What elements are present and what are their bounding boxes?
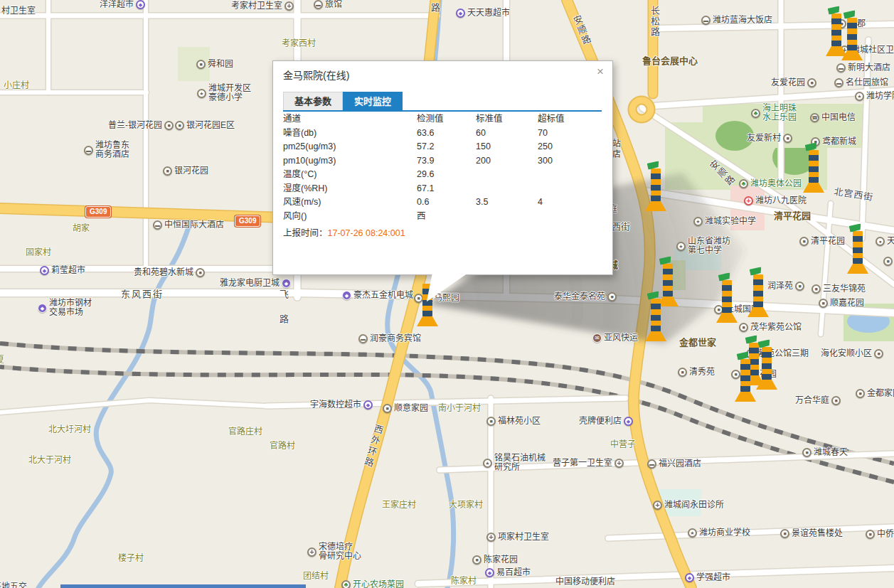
- station-marker[interactable]: [645, 161, 666, 211]
- tab-realtime-monitor[interactable]: 实时监控: [343, 92, 403, 112]
- school-icon: ★: [197, 89, 206, 98]
- station-marker[interactable]: [803, 143, 824, 193]
- poi-label: ■顺嘉花园: [819, 299, 864, 308]
- poi-label: ▬潍坊鲁东 商务酒店: [84, 141, 129, 159]
- building-icon: ■: [175, 121, 184, 130]
- channel-value: 150: [476, 140, 538, 154]
- building-icon: ■: [163, 166, 172, 176]
- building-icon: ■: [883, 257, 893, 266]
- channel-name: 湿度(%RH): [283, 182, 417, 196]
- poi-name: 中国电信: [821, 113, 856, 122]
- poi-name: 潍城开发区 豪德小学: [208, 84, 251, 102]
- poi-label: ■陈家花园: [472, 555, 518, 565]
- poi-name: 项家村卫生室: [498, 533, 549, 542]
- poi-label: ■舜和园: [196, 60, 233, 69]
- poi-name: 银河花园: [174, 166, 208, 176]
- poi-label: ▬中恒国际大酒店: [153, 220, 224, 230]
- village-label: 官路庄村: [228, 424, 262, 437]
- poi-label: ▬名仕园旅馆: [834, 78, 888, 87]
- road-name-label: 路: [431, 0, 440, 14]
- poi-name: 宇海数控超市: [310, 400, 361, 410]
- poi-name: 三友华锦苑: [823, 284, 866, 294]
- tree-icon: ♣: [751, 109, 760, 118]
- station-marker[interactable]: [747, 267, 769, 317]
- poi-name: 普兰-银河花园: [108, 121, 162, 130]
- poi-label: ◆潍坊市钢材 交易市场: [38, 299, 92, 317]
- poi-label: +项家村卫生室: [486, 533, 549, 542]
- station-marker[interactable]: [756, 340, 777, 390]
- district-label: 鲁台会展中心: [642, 53, 698, 67]
- poi-label: ★山东省潍坊 第七中学: [676, 237, 730, 255]
- poi-name: 茂华紫苑公馆: [750, 323, 802, 332]
- road-name-label: 腾飞路: [277, 264, 290, 339]
- hotel-icon: ▬: [84, 146, 93, 155]
- poi-name: 铭昊石油机械 研究所: [494, 454, 546, 472]
- poi-label: +宋德培疗 骨研究中心: [307, 542, 361, 561]
- village-label: 北大于河村: [28, 453, 71, 465]
- channel-value: 57.2: [417, 140, 476, 154]
- poi-label: ■银河花园: [163, 166, 208, 176]
- chimney-base-icon: [747, 307, 769, 317]
- poi-name: 潍城阎永田诊所: [664, 501, 724, 510]
- chimney-base-icon: [756, 380, 777, 390]
- sensor-table-header: 通道检测值标准值超标值: [283, 112, 605, 127]
- building-icon: ■: [807, 78, 816, 87]
- close-icon[interactable]: ×: [597, 65, 604, 79]
- poi-name: 豪杰五金机电城: [353, 291, 413, 300]
- building-icon: ■: [607, 292, 617, 301]
- tab-basic-params[interactable]: 基本参数: [283, 92, 343, 112]
- poi-label: 洋洋超市◆: [100, 0, 145, 9]
- building-icon: ■: [795, 282, 804, 291]
- poi-label: 壳牌便利店◆: [579, 417, 633, 426]
- purple-icon: ◆: [282, 279, 291, 288]
- channel-value: 70: [538, 127, 605, 141]
- station-marker[interactable]: [847, 224, 868, 274]
- hotel-icon: ▬: [834, 78, 844, 87]
- shop-icon: ◆: [363, 400, 373, 410]
- building-icon: ■: [831, 396, 841, 405]
- village-label: 固家村: [26, 245, 51, 257]
- channel-value: 67.1: [417, 182, 476, 196]
- sensor-row: 风向()西: [283, 210, 605, 224]
- poi-label: ★铭昊石油机械 研究所: [483, 454, 546, 472]
- chimney-icon: [831, 14, 841, 46]
- hotel-icon: ▬: [358, 334, 368, 343]
- shop-icon: ◆: [485, 568, 494, 577]
- station-marker[interactable]: [735, 352, 756, 402]
- poi-label: ■清秀苑: [678, 368, 715, 377]
- road-name-label: 长松路: [648, 6, 661, 38]
- shop-icon: ◆: [136, 0, 145, 9]
- tree-icon: ♣: [739, 179, 748, 188]
- poi-name: 山东省潍坊 第七中学: [688, 237, 730, 255]
- channel-value: 63.6: [417, 127, 476, 141]
- station-marker[interactable]: [841, 11, 863, 60]
- chimney-base-icon: [417, 316, 438, 326]
- road-name-label: 西街: [612, 219, 630, 232]
- poi-label: 海化安顺小区■: [821, 349, 883, 358]
- poi-label: 友爱新村■: [747, 134, 792, 143]
- chimney-icon: [847, 18, 857, 50]
- poi-label: 友爱花园■: [771, 78, 816, 87]
- poi-label: ■三友华锦苑: [811, 284, 866, 294]
- poi-label: 贵和苑碧水新城■: [134, 268, 205, 277]
- poi-text-label: 基地五交: [0, 579, 27, 588]
- village-label: 团结村: [303, 569, 329, 581]
- station-marker[interactable]: [645, 292, 666, 341]
- poi-name: 考家村卫生室: [231, 1, 282, 11]
- map-canvas[interactable]: 金马熙院(在线) × 基本参数 实时监控 通道检测值标准值超标值 噪音(db)6…: [0, 0, 894, 588]
- chimney-icon: [740, 359, 750, 392]
- poi-label: 雅龙家电厨卫城◆: [220, 279, 291, 288]
- cross-icon: +: [284, 1, 294, 11]
- school-icon: ★: [855, 92, 864, 101]
- chimney-base-icon: [803, 183, 824, 193]
- poi-label: ✉亚风快运: [592, 333, 638, 343]
- sensor-row: pm25(ug/m3)57.2150250: [283, 140, 605, 154]
- poi-name: 易百超市: [496, 568, 531, 577]
- building-icon: ■: [678, 368, 687, 377]
- channel-value: 0.6: [417, 196, 476, 210]
- channel-value: [538, 168, 605, 182]
- bottom-blue-strip: [60, 584, 306, 588]
- channel-name: 温度(°C): [283, 168, 417, 182]
- building-icon: ■: [486, 417, 496, 426]
- station-marker[interactable]: [716, 273, 738, 323]
